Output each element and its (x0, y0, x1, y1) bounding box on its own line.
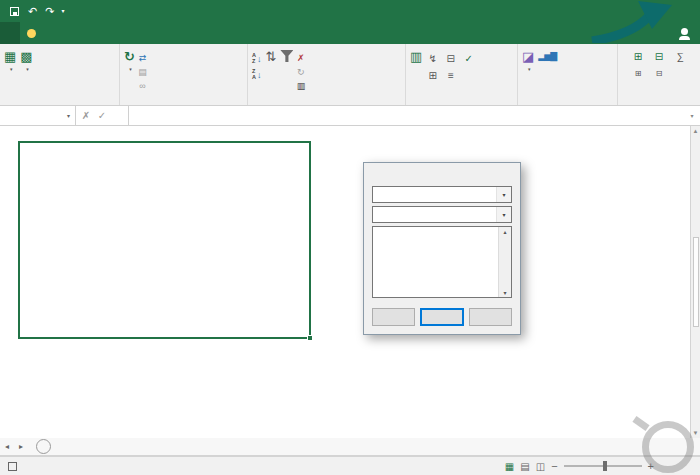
scrollbar-thumb[interactable] (693, 237, 699, 327)
clear-filter-button[interactable]: ✗ (295, 51, 308, 64)
sheet-nav-left-icon[interactable]: ◂ (0, 442, 14, 451)
chevron-down-icon: ▾ (528, 64, 531, 74)
list-scrollbar[interactable]: ▴ ▾ (498, 227, 511, 297)
status-bar: ▦ ▤ ◫ − + (0, 456, 700, 475)
refresh-icon: ↻ (124, 48, 135, 64)
sheet-nav-right-icon[interactable]: ▸ (14, 442, 28, 451)
new-query-button[interactable]: ▩ ▾ (18, 47, 34, 75)
group-label-connections (120, 92, 247, 105)
undo-icon[interactable]: ↶ (25, 0, 40, 22)
normal-view-icon[interactable]: ▦ (505, 461, 514, 472)
group-label-sort-filter (248, 92, 405, 105)
refresh-all-button[interactable]: ↻ ▾ (122, 47, 137, 75)
connections-button[interactable]: ⇄ (137, 51, 150, 64)
ribbon-tab-bar (0, 22, 700, 44)
consolidate-icon[interactable]: ⊞ (424, 68, 441, 84)
close-button[interactable] (670, 0, 700, 22)
minimize-button[interactable] (610, 0, 640, 22)
new-query-icon: ▩ (20, 48, 32, 64)
ribbon-tab-archivo[interactable] (0, 22, 20, 44)
relationships-icon[interactable]: ≡ (442, 68, 459, 84)
page-break-view-icon[interactable]: ◫ (536, 461, 545, 472)
sort-ascending-button[interactable]: AZ↓ (251, 52, 262, 65)
name-box[interactable] (0, 106, 62, 125)
sort-icon: ⇅ (265, 48, 276, 64)
reapply-filter-button[interactable]: ↻ (295, 65, 308, 78)
ungroup-button[interactable]: ⊟ (649, 49, 669, 65)
dialog-buttons (372, 308, 512, 326)
scroll-up-icon[interactable]: ▲ (693, 128, 699, 134)
subtotal-button[interactable]: ∑ (670, 49, 690, 65)
status-bar-right: ▦ ▤ ◫ − + (505, 460, 692, 472)
zoom-slider[interactable] (564, 465, 642, 467)
remove-all-button[interactable] (372, 308, 415, 326)
sort-descending-button[interactable]: ZA↓ (251, 68, 262, 81)
group-label-data-tools (406, 91, 517, 105)
group-label-forecast (518, 91, 617, 105)
clear-filter-icon: ✗ (295, 53, 306, 63)
hide-detail-icon[interactable]: ⊟ (649, 66, 669, 82)
edit-links-button[interactable]: ∞ (137, 79, 150, 92)
advanced-icon: ▥ (295, 81, 306, 91)
accept-button[interactable] (420, 308, 463, 326)
quick-access-dropdown-icon[interactable]: ▾ (59, 0, 66, 22)
page-layout-view-icon[interactable]: ▤ (520, 461, 529, 472)
new-sheet-button[interactable] (36, 439, 51, 454)
group-button[interactable]: ⊞ (628, 49, 648, 65)
zoom-in-icon[interactable]: + (648, 460, 654, 472)
ribbon-group-outline: ⊞ ⊟ ∑ ⊞ ⊟ (618, 44, 700, 105)
filter-icon (280, 48, 293, 64)
dialog-title-bar[interactable] (364, 163, 520, 183)
properties-icon: ▤ (137, 67, 148, 77)
chevron-down-icon[interactable]: ▾ (496, 207, 511, 222)
tell-me-box[interactable] (20, 22, 47, 44)
chevron-down-icon[interactable]: ▾ (496, 187, 511, 202)
group-label-get-transform (0, 91, 119, 105)
ribbon-content: ▦ ▾ ▩ ▾ ↻ ▾ ⇄ ▤ ∞ (0, 44, 700, 106)
show-detail-icon[interactable]: ⊞ (628, 66, 648, 82)
ribbon-group-sort-filter: AZ↓ ZA↓ ⇅ ✗ ↻ ▥ (248, 44, 406, 105)
text-to-columns-button[interactable]: ▥ (408, 47, 424, 65)
zoom-out-icon[interactable]: − (551, 460, 557, 472)
remove-duplicates-icon[interactable]: ⊟ (442, 51, 459, 67)
window-controls (610, 0, 700, 22)
ribbon-group-data-tools: ▥ ↯ ⊟ ✓ ⊞ ≡ (406, 44, 518, 105)
subtotals-dialog: ▾ ▾ ▴ ▾ (363, 162, 521, 335)
properties-button[interactable]: ▤ (137, 65, 150, 78)
change-in-select[interactable]: ▾ (372, 186, 512, 203)
get-external-data-button[interactable]: ▦ ▾ (2, 47, 18, 75)
what-if-analysis-button[interactable]: ◪ ▾ (520, 47, 536, 75)
filter-button[interactable] (278, 47, 295, 65)
vertical-scrollbar[interactable]: ▲ ▼ (690, 126, 700, 438)
forecast-chart-icon: ▂▅▇ (538, 48, 556, 64)
function-select[interactable]: ▾ (372, 206, 512, 223)
zoom-slider-thumb[interactable] (603, 461, 607, 471)
cancel-formula-icon[interactable]: ✗ (78, 110, 94, 121)
flash-fill-icon[interactable]: ↯ (424, 51, 441, 67)
title-bar: ↶ ↷ ▾ (0, 0, 700, 22)
enter-formula-icon[interactable]: ✓ (94, 110, 110, 121)
sort-asc-arrow-icon: ↓ (257, 54, 262, 64)
data-validation-icon[interactable]: ✓ (460, 51, 477, 67)
redo-icon[interactable]: ↷ (42, 0, 57, 22)
forecast-sheet-button[interactable]: ▂▅▇ (536, 47, 558, 65)
sheet-area: ▲ ▼ (0, 126, 700, 438)
name-box-dropdown-icon[interactable]: ▾ (62, 106, 76, 125)
share-button[interactable] (673, 22, 700, 44)
scroll-down-icon[interactable]: ▾ (503, 289, 506, 296)
cancel-button[interactable] (469, 308, 512, 326)
ribbon-group-get-transform: ▦ ▾ ▩ ▾ (0, 44, 120, 105)
scroll-up-icon[interactable]: ▴ (503, 228, 506, 235)
macro-record-icon[interactable] (8, 462, 17, 471)
ribbon-group-connections: ↻ ▾ ⇄ ▤ ∞ (120, 44, 248, 105)
sort-button[interactable]: ⇅ (263, 47, 278, 65)
fill-handle[interactable] (307, 335, 313, 341)
advanced-filter-button[interactable]: ▥ (295, 79, 308, 92)
scroll-down-icon[interactable]: ▼ (693, 430, 699, 436)
save-icon[interactable] (10, 7, 19, 16)
maximize-button[interactable] (640, 0, 670, 22)
formula-buttons: ✗ ✓ (76, 106, 129, 125)
formula-bar-expand-icon[interactable]: ▾ (684, 112, 700, 119)
subtotal-field-list[interactable]: ▴ ▾ (372, 226, 512, 298)
chevron-down-icon: ▾ (129, 64, 132, 74)
